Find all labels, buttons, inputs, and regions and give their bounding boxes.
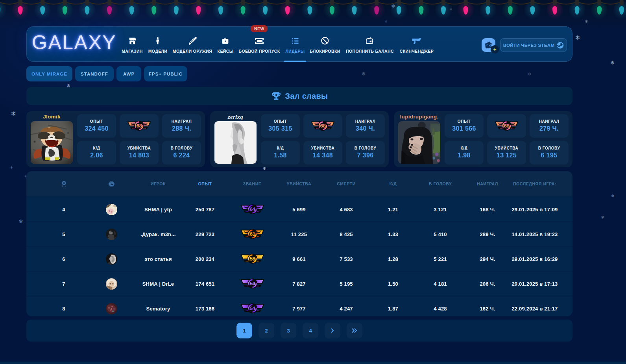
svg-text:54: 54 <box>249 305 255 311</box>
svg-text:54: 54 <box>249 281 255 286</box>
svg-text:68: 68 <box>504 123 510 129</box>
svg-text:68: 68 <box>136 123 142 129</box>
svg-text:58: 58 <box>249 256 255 262</box>
svg-text:68: 68 <box>320 123 326 129</box>
svg-text:64: 64 <box>249 206 255 212</box>
svg-text:61: 61 <box>249 231 255 237</box>
